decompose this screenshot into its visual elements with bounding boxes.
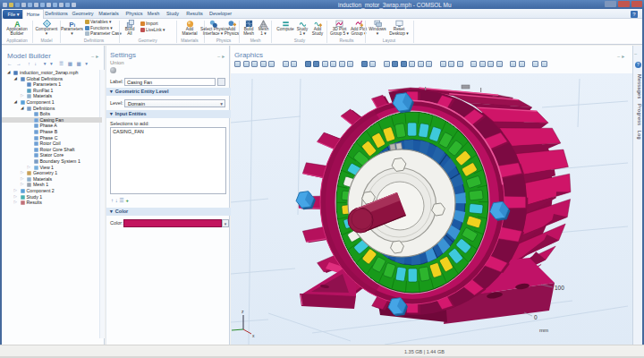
svg-text:100: 100 xyxy=(555,285,564,291)
svg-text:A: A xyxy=(14,20,20,28)
svg-text:Pi: Pi xyxy=(69,21,75,28)
svg-text:x: x xyxy=(252,333,255,338)
svg-text:0: 0 xyxy=(534,314,538,320)
svg-text:mm: mm xyxy=(539,328,548,333)
svg-text:z: z xyxy=(242,309,244,314)
